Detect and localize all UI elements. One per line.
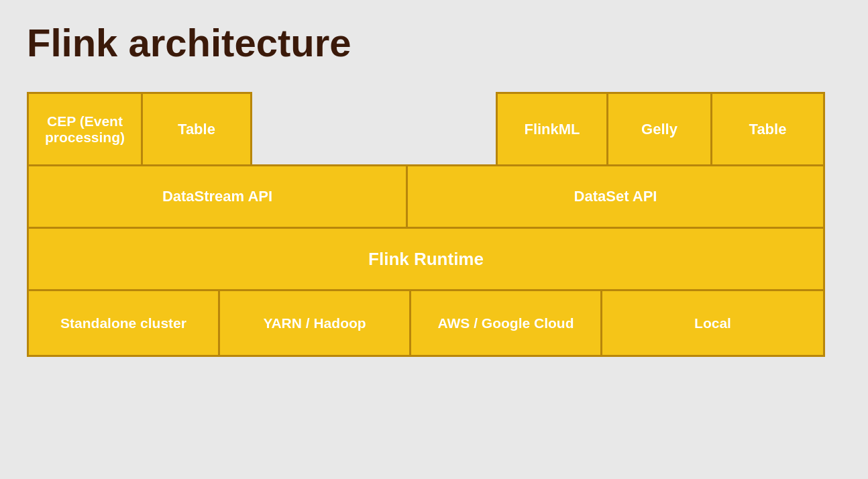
standalone-box: Standalone cluster <box>29 291 220 355</box>
tier1-row: CEP (Event processing) Table FlinkML Gel… <box>27 92 825 166</box>
local-box: Local <box>602 291 823 355</box>
page-title: Flink architecture <box>27 20 841 65</box>
table-right-box: Table <box>712 94 823 164</box>
runtime-box: Flink Runtime <box>29 229 823 289</box>
flinkml-box: FlinkML <box>498 94 608 164</box>
architecture-diagram: CEP (Event processing) Table FlinkML Gel… <box>27 92 825 357</box>
aws-box: AWS / Google Cloud <box>411 291 602 355</box>
tier3-row: Flink Runtime <box>27 227 825 291</box>
table-left-box: Table <box>143 94 250 164</box>
gelly-box: Gelly <box>608 94 712 164</box>
tier2-row: DataStream API DataSet API <box>27 164 825 229</box>
cep-box: CEP (Event processing) <box>29 94 143 164</box>
tier4-row: Standalone cluster YARN / Hadoop AWS / G… <box>27 289 825 357</box>
datastream-box: DataStream API <box>29 166 408 227</box>
dataset-box: DataSet API <box>408 166 823 227</box>
yarn-box: YARN / Hadoop <box>220 291 411 355</box>
